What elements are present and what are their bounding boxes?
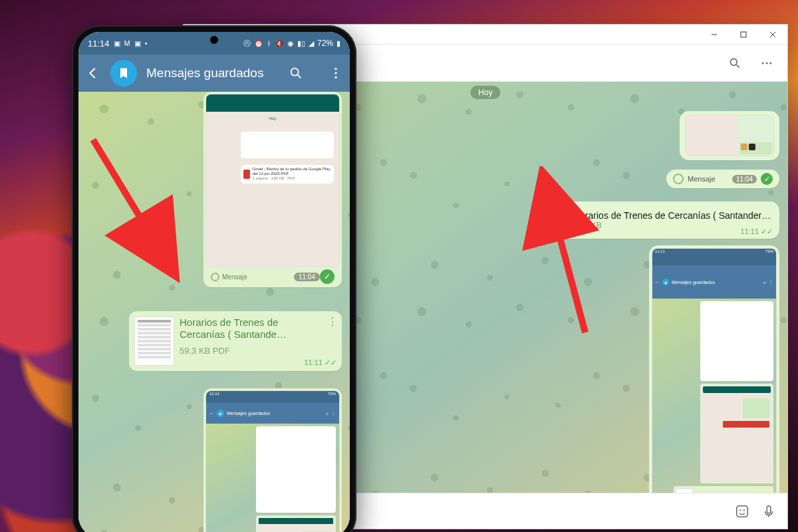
screenshot-thumbnail-phone: 11:11 73% ← ◈ Mensajes guardados ⌕⋮ <box>652 248 777 493</box>
chat-title: Mensajes guardados <box>146 66 279 80</box>
svg-point-3 <box>766 62 768 64</box>
file-meta: 59,3 KB PDF <box>180 346 336 356</box>
telegram-mobile-header: Mensajes guardados <box>78 55 350 92</box>
sent-check-icon: ✓ <box>320 269 334 284</box>
svg-point-7 <box>743 509 745 511</box>
double-check-icon: ✓✓ <box>325 358 336 366</box>
svg-rect-5 <box>737 505 748 517</box>
window-close-button[interactable] <box>758 25 787 45</box>
pdf-preview-thumbnail <box>134 317 174 366</box>
message-time: 11:11✓✓ <box>304 358 336 367</box>
message-time-chip: 11:04 <box>732 175 757 184</box>
message-bubble-screenshot-2[interactable]: 11:11 73% ← ◈ Mensajes guardados ⌕⋮ <box>649 245 779 493</box>
more-horizontal-icon <box>760 57 773 70</box>
date-separator: Hoy <box>470 86 500 99</box>
message-time: 11:11✓✓ <box>740 227 773 236</box>
microphone-icon <box>761 504 776 519</box>
message-label: Mensaje <box>222 273 247 281</box>
file-name-line2: Cercanías ( Santande… <box>180 329 336 340</box>
file-download-icon[interactable] <box>540 207 567 233</box>
svg-point-4 <box>769 62 771 64</box>
loading-ring-icon <box>673 174 684 184</box>
alarm-icon: ⏰ <box>254 39 263 48</box>
more-button[interactable] <box>755 52 778 74</box>
svg-point-6 <box>739 509 741 511</box>
signal-icon: ▮▯ <box>297 39 305 48</box>
message-bubble-screenshot-2[interactable]: 11:11 73% ← ◈ Mensajes guardados ⌕⋮ <box>203 388 342 532</box>
back-button[interactable] <box>85 66 101 80</box>
svg-point-1 <box>730 59 737 65</box>
more-vertical-icon <box>329 66 343 80</box>
nfc-icon: ⓝ <box>243 39 251 49</box>
double-check-icon: ✓✓ <box>761 227 773 235</box>
file-name-line1: Horarios de Trenes de <box>180 317 336 329</box>
message-label: Mensaje <box>688 175 728 183</box>
battery-icon: ▮ <box>336 39 340 48</box>
document-icon <box>547 213 560 227</box>
sent-check-icon: ✓ <box>761 173 773 185</box>
svg-point-2 <box>762 62 764 64</box>
bluetooth-icon: ᚼ <box>267 39 271 47</box>
notification-icon: M <box>124 39 130 47</box>
signal-icon: ◢ <box>309 39 314 48</box>
svg-point-11 <box>334 72 336 74</box>
notification-more-icon: • <box>145 39 148 47</box>
screenshot-thumbnail-phone: 11:11 73% ← ◈ Mensajes guardados ⌕⋮ <box>205 390 340 532</box>
screenshot-thumbnail-whatsapp: Hoy Gmail - Recibo de tu pedido de Googl… <box>205 94 340 267</box>
svg-rect-8 <box>767 505 771 513</box>
search-icon <box>728 57 741 70</box>
voice-button[interactable] <box>759 504 778 519</box>
message-bubble-screenshot-1[interactable] <box>680 111 779 160</box>
arrow-left-icon <box>86 66 100 80</box>
wifi-icon: ◉ <box>287 39 294 48</box>
notification-icon: ▣ <box>134 39 141 48</box>
sticker-icon <box>735 504 749 519</box>
svg-point-10 <box>334 68 336 70</box>
search-button[interactable] <box>289 66 303 80</box>
notification-icon: ▣ <box>114 39 120 48</box>
svg-rect-0 <box>741 32 746 37</box>
sticker-button[interactable] <box>733 504 751 519</box>
bookmark-icon <box>117 66 130 80</box>
chat-scroll-area[interactable]: Hoy Gmail - Recibo de tu pedido de Googl… <box>78 92 350 532</box>
file-name: Horarios de Trenes de Cercanías ( Santan… <box>573 210 773 221</box>
svg-point-9 <box>291 68 299 76</box>
message-options-button[interactable]: ⋮ <box>327 315 338 328</box>
message-time-chip: 11:04 <box>294 273 320 281</box>
search-button[interactable] <box>724 52 746 74</box>
message-bubble-file-pdf[interactable]: ⋮ Horarios de Trenes de Cercanías ( Sant… <box>129 311 342 371</box>
message-bubble-voice-placeholder[interactable]: Mensaje 11:04 ✓ <box>666 170 779 188</box>
message-bubble-screenshot-1[interactable]: Hoy Gmail - Recibo de tu pedido de Googl… <box>203 92 342 287</box>
loading-ring-icon <box>211 273 219 281</box>
saved-messages-avatar[interactable] <box>110 60 137 86</box>
phone-mockup: 11:14 ▣ M ▣ • ⓝ ⏰ ᚼ 🔇 ◉ ▮▯ ◢ 72% ▮ <box>72 25 356 532</box>
phone-camera-dot <box>210 36 218 44</box>
window-maximize-button[interactable] <box>729 25 758 45</box>
more-button[interactable] <box>329 66 343 80</box>
statusbar-battery: 72% <box>317 39 333 48</box>
svg-point-12 <box>334 76 336 78</box>
phone-screen: 11:14 ▣ M ▣ • ⓝ ⏰ ᚼ 🔇 ◉ ▮▯ ◢ 72% ▮ <box>78 32 350 532</box>
screenshot-thumbnail <box>685 115 774 156</box>
mute-icon: 🔇 <box>275 39 284 48</box>
search-icon <box>289 66 303 80</box>
statusbar-time: 11:14 <box>88 39 110 49</box>
message-bubble-file-pdf[interactable]: Horarios de Trenes de Cercanías ( Santan… <box>533 201 779 239</box>
window-minimize-button[interactable] <box>700 25 729 45</box>
